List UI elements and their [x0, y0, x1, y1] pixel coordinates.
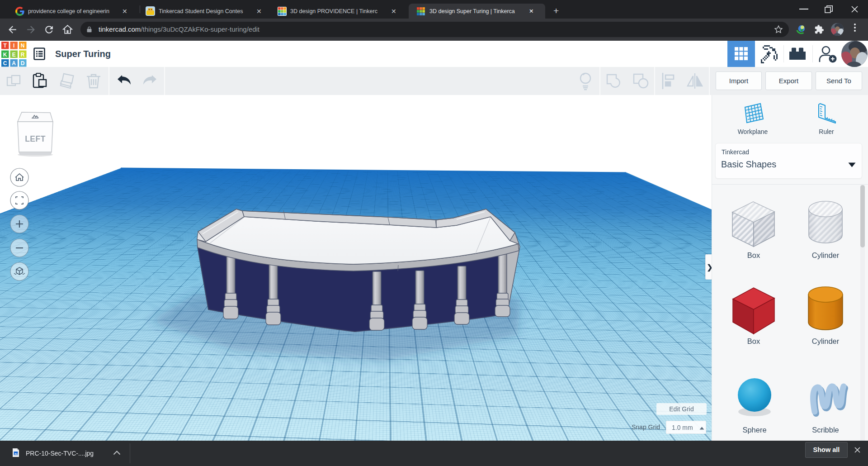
- svg-text:Scribble: Scribble: [812, 426, 839, 434]
- svg-text:K: K: [3, 52, 7, 58]
- svg-text:Box: Box: [747, 337, 760, 345]
- svg-text:E: E: [12, 52, 16, 58]
- svg-text:D: D: [21, 60, 25, 67]
- svg-text:I: I: [13, 43, 14, 49]
- svg-text:Sphere: Sphere: [742, 426, 766, 434]
- svg-text:N: N: [21, 43, 25, 49]
- svg-text:Cylinder: Cylinder: [812, 251, 840, 259]
- svg-text:LEFT: LEFT: [25, 134, 46, 143]
- svg-text:A: A: [12, 60, 16, 67]
- svg-text:Box: Box: [747, 251, 760, 259]
- svg-text:C: C: [3, 60, 7, 67]
- svg-text:R: R: [21, 52, 25, 58]
- svg-text:Cylinder: Cylinder: [812, 337, 840, 345]
- svg-text:T: T: [4, 43, 7, 49]
